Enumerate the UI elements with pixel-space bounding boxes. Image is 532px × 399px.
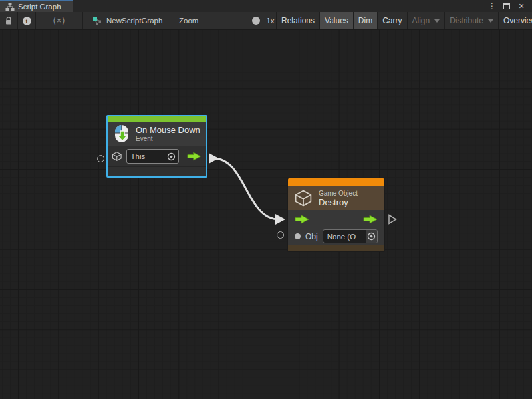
align-button: Align bbox=[408, 12, 445, 29]
node-category: Game Object bbox=[319, 189, 358, 198]
tab-script-graph[interactable]: Script Graph bbox=[0, 0, 73, 12]
chevron-down-icon bbox=[434, 19, 440, 23]
close-icon[interactable]: × bbox=[516, 1, 527, 11]
code-preview-button[interactable]: ⟨×⟩ bbox=[36, 12, 82, 29]
relations-label: Relations bbox=[281, 16, 315, 25]
unconnected-flow-indicator bbox=[389, 215, 396, 224]
flow-output-arrow[interactable] bbox=[187, 152, 201, 161]
zoom-control: Zoom 1x bbox=[170, 12, 276, 29]
info-button[interactable]: i bbox=[18, 12, 35, 29]
gameobject-cube-icon bbox=[112, 151, 122, 162]
gameobject-accent-strip bbox=[288, 178, 384, 186]
node-subtitle: Event bbox=[136, 135, 200, 143]
align-label: Align bbox=[412, 16, 430, 25]
lock-button[interactable] bbox=[0, 12, 17, 29]
values-button[interactable]: Values bbox=[320, 12, 353, 29]
lock-icon bbox=[4, 16, 13, 25]
code-icon: ⟨×⟩ bbox=[53, 16, 65, 25]
graph-hierarchy-icon bbox=[5, 2, 15, 11]
overview-label: Overview bbox=[503, 16, 532, 25]
distribute-button: Distribute bbox=[445, 12, 498, 29]
node-on-mouse-down[interactable]: On Mouse Down Event This bbox=[106, 115, 207, 178]
event-accent-strip bbox=[108, 116, 206, 122]
flow-connection-wire[interactable] bbox=[213, 158, 279, 219]
dim-label: Dim bbox=[358, 16, 372, 25]
connection-start-arrow bbox=[209, 153, 219, 164]
node-footer bbox=[108, 167, 206, 175]
graph-name-button[interactable]: NewScriptGraph bbox=[83, 12, 170, 29]
destroy-obj-outer-port[interactable] bbox=[277, 231, 284, 239]
flow-port-row bbox=[288, 210, 384, 228]
obj-field-value: None (O bbox=[323, 233, 366, 241]
obj-value-port[interactable] bbox=[295, 233, 301, 239]
on-mouse-down-target-port[interactable] bbox=[97, 155, 104, 162]
zoom-slider[interactable] bbox=[203, 17, 261, 25]
chevron-down-icon bbox=[488, 19, 493, 23]
gameobject-cube-icon bbox=[294, 189, 313, 207]
object-picker-chip[interactable] bbox=[366, 230, 377, 243]
node-footer bbox=[288, 245, 384, 251]
graph-toolbar: i ⟨×⟩ NewScriptGraph Zoom 1x Relations V… bbox=[0, 12, 532, 30]
obj-object-field[interactable]: None (O bbox=[323, 229, 378, 243]
node-title: Destroy bbox=[319, 198, 358, 207]
obj-port-row: Obj None (O bbox=[288, 228, 384, 245]
zoom-value: 1x bbox=[266, 17, 274, 25]
node-titles: On Mouse Down Event bbox=[136, 125, 200, 143]
zoom-slider-handle[interactable] bbox=[252, 17, 260, 25]
tab-title: Script Graph bbox=[18, 3, 61, 11]
carry-button[interactable]: Carry bbox=[378, 12, 406, 29]
tab-bar: Script Graph ⋮ × bbox=[0, 0, 532, 12]
info-icon: i bbox=[23, 17, 31, 25]
connections-layer bbox=[0, 30, 532, 399]
object-picker-icon[interactable] bbox=[167, 152, 176, 161]
script-graph-icon bbox=[92, 16, 102, 25]
node-title: On Mouse Down bbox=[136, 125, 200, 135]
values-label: Values bbox=[325, 16, 348, 25]
mouse-down-icon bbox=[113, 124, 130, 143]
node-header: Game Object Destroy bbox=[288, 186, 384, 210]
flow-input-arrow[interactable] bbox=[295, 215, 309, 224]
dim-button[interactable]: Dim bbox=[354, 12, 377, 29]
graph-name-label: NewScriptGraph bbox=[106, 17, 162, 25]
obj-port-label: Obj bbox=[305, 232, 318, 241]
node-header: On Mouse Down Event bbox=[108, 122, 206, 146]
maximize-icon bbox=[503, 3, 510, 9]
target-dropdown[interactable]: This bbox=[126, 149, 179, 164]
graph-canvas[interactable]: On Mouse Down Event This bbox=[0, 30, 532, 399]
connection-end-arrow bbox=[275, 214, 285, 225]
window-controls: ⋮ × bbox=[487, 0, 532, 12]
relations-button[interactable]: Relations bbox=[277, 12, 319, 29]
distribute-label: Distribute bbox=[450, 16, 483, 25]
object-picker-icon bbox=[367, 232, 376, 241]
node-titles: Game Object Destroy bbox=[319, 189, 358, 207]
overview-button[interactable]: Overview bbox=[499, 12, 532, 29]
node-destroy[interactable]: Game Object Destroy Obj None (O bbox=[288, 178, 384, 251]
carry-label: Carry bbox=[382, 16, 402, 25]
flow-output-arrow[interactable] bbox=[363, 215, 378, 224]
zoom-label: Zoom bbox=[179, 17, 198, 25]
menu-icon[interactable]: ⋮ bbox=[487, 1, 497, 11]
target-dropdown-value: This bbox=[131, 152, 167, 160]
maximize-button[interactable] bbox=[501, 1, 512, 11]
node-port-row: This bbox=[108, 146, 206, 167]
